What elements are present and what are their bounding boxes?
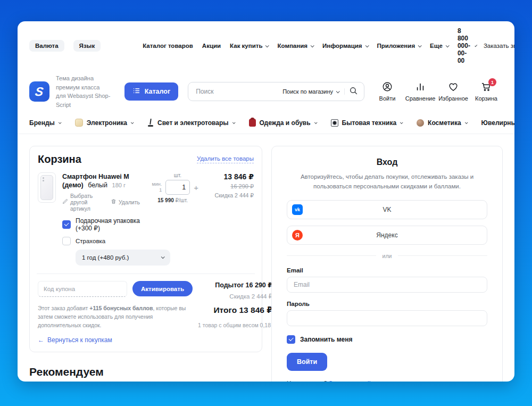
login-title: Вход [287, 158, 487, 167]
email-label: Email [287, 267, 487, 274]
topbar-link-promos[interactable]: Акции [202, 43, 221, 49]
store-tagline: Тема дизайна премиум класса для Webasyst… [56, 74, 118, 109]
price-block: 13 846 ₽ 16 290 ₽ Скидка 2 444 ₽ [205, 172, 254, 266]
change-sku-link[interactable]: Выбрать другой артикул [62, 193, 103, 212]
cosmetics-icon [417, 119, 424, 127]
trash-icon [111, 198, 117, 205]
restore-password-link[interactable]: восстановите пароль [397, 380, 457, 382]
electronics-icon [75, 119, 83, 127]
grand-total: Итого 13 846 ₽ [198, 305, 272, 315]
chevron-down-icon [311, 44, 314, 47]
product-weight: 180 г [112, 182, 126, 188]
logo-s-glyph: S [34, 85, 44, 99]
topbar-link-company[interactable]: Компания [277, 43, 313, 49]
chevron-down-icon [265, 44, 269, 47]
category-appliances[interactable]: Бытовая техника [331, 119, 403, 127]
callback-link[interactable]: Заказать звонок [484, 43, 514, 49]
weight-summary: 1 товар с общим весом 0,18 кг [198, 322, 272, 328]
store-logo[interactable]: S [29, 81, 49, 102]
vk-login-button[interactable]: vk VK [287, 200, 487, 219]
category-brands[interactable]: Бренды [29, 119, 61, 127]
search-scope-dropdown[interactable]: Поиск по магазину [282, 88, 345, 95]
increase-qty-button[interactable]: + [194, 183, 198, 192]
category-lighting[interactable]: Свет и электротовары [147, 119, 235, 127]
user-icon [382, 81, 393, 93]
search-submit[interactable] [349, 86, 358, 97]
category-jewelry[interactable]: Ювелирные украшения [481, 119, 514, 127]
divider [37, 274, 255, 274]
category-electronics[interactable]: Электроника [75, 119, 133, 127]
insurance-label: Страховка [76, 238, 105, 244]
chevron-down-icon [365, 44, 369, 47]
login-action[interactable]: Войти [371, 81, 404, 102]
chevron-down-icon [336, 89, 340, 93]
chevron-down-icon [131, 121, 134, 124]
topbar-link-more[interactable]: Еще [430, 43, 448, 49]
lamp-icon [147, 119, 154, 127]
cart-action[interactable]: 1 Корзина [470, 81, 503, 102]
left-column: Корзина Удалить все товары Смартфон Huaw… [29, 146, 262, 382]
compare-action[interactable]: Сравнение [404, 81, 437, 102]
product-thumbnail[interactable] [38, 172, 56, 203]
currency-selector[interactable]: Валюта [29, 40, 64, 52]
quantity-input[interactable] [165, 180, 190, 195]
yandex-icon: Я [292, 230, 303, 241]
category-nav: Бренды Электроника Свет и электротовары … [18, 115, 514, 134]
category-cosmetics[interactable]: Косметика [417, 119, 467, 127]
product-variant: белый [88, 181, 107, 189]
insurance-checkbox[interactable] [62, 237, 71, 245]
washing-machine-icon [331, 119, 338, 127]
chevron-down-icon [446, 44, 450, 47]
chevron-down-icon [400, 121, 403, 124]
clothing-icon [249, 119, 256, 127]
chevron-down-icon [475, 44, 477, 47]
item-old-price: 16 290 ₽ [205, 183, 254, 190]
remember-me-checkbox[interactable] [287, 335, 295, 344]
chevron-down-icon [464, 121, 468, 124]
phone-number[interactable]: 8 800 000-00-00 [458, 27, 476, 64]
search-input[interactable] [196, 88, 278, 95]
search-icon [349, 86, 358, 97]
item-price: 13 846 ₽ [205, 172, 254, 181]
password-field[interactable] [287, 310, 487, 326]
min-qty-note: мин.1 [152, 181, 162, 194]
topbar-link-how-to-buy[interactable]: Как купить [230, 43, 268, 49]
signup-row: Нет аккаунта? Зарегистрируйтесь или восс… [287, 380, 487, 382]
cart-badge: 1 [488, 78, 496, 86]
category-clothes[interactable]: Одежда и обувь [249, 119, 317, 127]
utility-topbar: Валюта Язык Каталог товаров Акции Как ку… [18, 21, 514, 68]
site-window: Валюта Язык Каталог товаров Акции Как ку… [18, 21, 514, 382]
topbar-link-information[interactable]: Информация [322, 43, 368, 49]
main-content: Корзина Удалить все товары Смартфон Huaw… [18, 134, 514, 382]
remove-item-link[interactable]: Удалить [111, 198, 140, 205]
activate-coupon-button[interactable]: Активировать [132, 281, 193, 296]
item-discount: Скидка 2 444 ₽ [205, 192, 254, 198]
qty-unit-label: шт. [146, 172, 181, 178]
subtotal: Подытог 16 290 ₽ [198, 281, 272, 289]
favorites-action[interactable]: Избранное [437, 81, 470, 102]
email-field[interactable] [287, 277, 487, 293]
main-header: S Тема дизайна премиум класса для Webasy… [18, 68, 514, 115]
gift-wrap-checkbox[interactable] [62, 220, 71, 229]
chevron-down-icon [232, 121, 235, 124]
phone-image [40, 175, 53, 200]
language-selector[interactable]: Язык [73, 40, 101, 52]
pencil-icon [62, 198, 68, 205]
search-bar: Поиск по магазину [188, 82, 364, 101]
clear-cart-link[interactable]: Удалить все товары [197, 155, 254, 163]
topbar-link-apps[interactable]: Приложения [377, 43, 421, 49]
back-to-shopping-link[interactable]: ← Вернуться к покупкам [38, 336, 112, 344]
recommended-title: Рекомендуем [29, 366, 262, 378]
vk-icon: vk [292, 204, 303, 215]
login-submit-button[interactable]: Войти [287, 353, 327, 371]
discount-total: Скидка 2 444 ₽ [198, 293, 272, 300]
coupon-input[interactable] [38, 281, 127, 297]
chevron-down-icon [314, 121, 317, 124]
register-link[interactable]: Зарегистрируйтесь [329, 380, 383, 382]
catalog-button[interactable]: Каталог [124, 82, 178, 101]
cart-item-row: Смартфон Huawei M (демо) белый 180 г Выб… [38, 172, 254, 266]
gift-wrap-label: Подарочная упаковка (+300 ₽) [76, 217, 140, 232]
topbar-link-catalog-products[interactable]: Каталог товаров [143, 43, 193, 49]
list-icon [132, 87, 140, 96]
yandex-login-button[interactable]: Я Яндекс [287, 226, 487, 245]
